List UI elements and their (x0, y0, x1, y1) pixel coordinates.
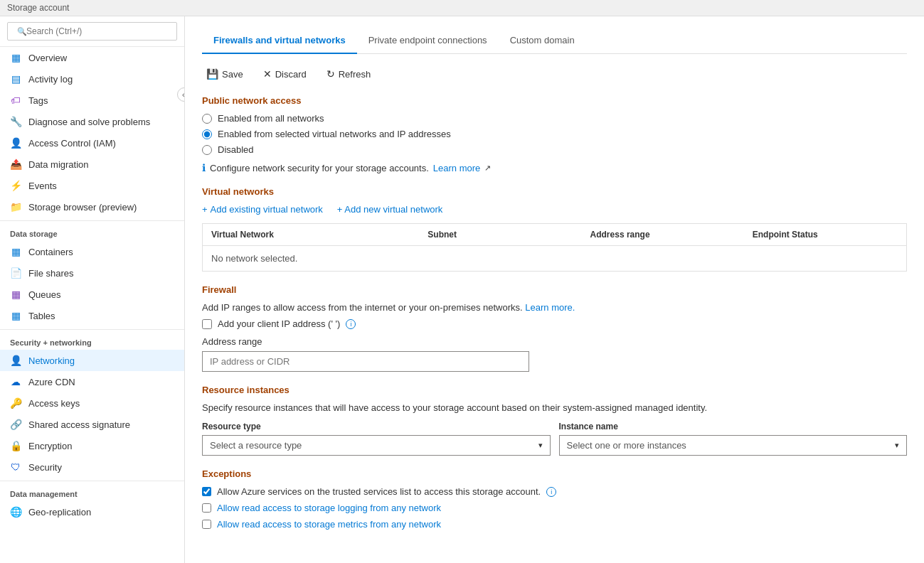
search-input[interactable] (7, 22, 177, 41)
sidebar-item-tags[interactable]: 🏷 Tags (0, 90, 184, 111)
sidebar-item-activity-log[interactable]: ▤ Activity log (0, 68, 184, 90)
table-empty-message: No network selected. (203, 246, 906, 271)
toolbar: 💾 Save ✕ Discard ↻ Refresh (202, 65, 907, 82)
sidebar-label-azure-cdn: Azure CDN (28, 377, 75, 387)
discard-label: Discard (275, 69, 307, 80)
instance-name-col: Instance name Select one or more instanc… (559, 422, 908, 456)
instance-name-chevron: ▾ (895, 441, 899, 450)
sidebar-item-azure-cdn[interactable]: ☁ Azure CDN (0, 371, 184, 392)
main-content: Firewalls and virtual networks Private e… (185, 16, 924, 563)
network-info-text: Configure network security for your stor… (210, 163, 429, 173)
exception-azure-info-icon[interactable]: i (546, 487, 556, 497)
firewall-title: Firewall (202, 284, 907, 295)
tab-firewalls[interactable]: Firewalls and virtual networks (202, 28, 357, 54)
sidebar-item-queues[interactable]: ▦ Queues (0, 284, 184, 305)
sidebar-item-containers[interactable]: ▦ Containers (0, 241, 184, 262)
client-ip-checkbox[interactable] (202, 319, 212, 329)
virtual-networks-table: Virtual Network Subnet Address range End… (202, 223, 907, 272)
radio-all-networks[interactable]: Enabled from all networks (202, 113, 907, 124)
virtual-networks-title: Virtual networks (202, 186, 907, 197)
sidebar-collapse-button[interactable]: « (177, 87, 185, 102)
exception-metrics-checkbox[interactable] (202, 520, 211, 529)
info-icon: ℹ (202, 162, 206, 173)
exception-metrics-link[interactable]: Allow read access to storage metrics fro… (217, 519, 441, 530)
network-learn-more-link[interactable]: Learn more (433, 163, 480, 173)
exceptions-title: Exceptions (202, 468, 907, 479)
exception-logging-checkbox[interactable] (202, 503, 211, 513)
sidebar-item-tables[interactable]: ▦ Tables (0, 305, 184, 326)
sidebar-item-overview[interactable]: ▦ Overview (0, 47, 184, 68)
radio-selected-input[interactable] (202, 129, 212, 139)
sidebar-item-storage-browser[interactable]: 📁 Storage browser (preview) (0, 196, 184, 218)
sidebar-nav: ▦ Overview ▤ Activity log 🏷 Tags 🔧 Diagn… (0, 47, 184, 563)
add-existing-icon: + (202, 204, 208, 215)
section-header-data-storage: Data storage (0, 220, 184, 241)
radio-all-input[interactable] (202, 114, 212, 124)
address-range-input[interactable] (202, 351, 529, 372)
discard-icon: ✕ (263, 68, 272, 80)
radio-disabled-input[interactable] (202, 145, 212, 155)
sidebar-item-events[interactable]: ⚡ Events (0, 175, 184, 196)
sidebar: 🔍 « ▦ Overview ▤ Activity log 🏷 Tags 🔧 D… (0, 16, 185, 563)
sidebar-item-file-shares[interactable]: 📄 File shares (0, 262, 184, 284)
sidebar-icon-diagnose: 🔧 (10, 116, 21, 127)
sidebar-icon-activity-log: ▤ (10, 73, 21, 85)
tab-private-endpoints[interactable]: Private endpoint connections (357, 28, 499, 54)
save-icon: 💾 (206, 68, 218, 80)
firewall-section: Firewall Add IP ranges to allow access f… (202, 284, 907, 372)
sidebar-icon-sas: 🔗 (10, 419, 21, 430)
sidebar-item-access-keys[interactable]: 🔑 Access keys (0, 392, 184, 414)
virtual-networks-section: Virtual networks + Add existing virtual … (202, 186, 907, 272)
sidebar-search-wrap: 🔍 (0, 16, 184, 47)
instance-name-placeholder: Select one or more instances (567, 440, 686, 451)
add-existing-vnet-link[interactable]: + Add existing virtual network (202, 204, 323, 215)
address-range-label: Address range (202, 336, 907, 347)
sidebar-icon-tables: ▦ (10, 310, 21, 321)
sidebar-icon-access-control: 👤 (10, 137, 21, 149)
resource-type-chevron: ▾ (538, 441, 543, 450)
sidebar-label-security: Security (28, 462, 62, 473)
resource-type-select[interactable]: Select a resource type ▾ (202, 435, 551, 456)
section-header-security: Security + networking (0, 329, 184, 350)
radio-disabled[interactable]: Disabled (202, 144, 907, 155)
sidebar-label-containers: Containers (28, 247, 73, 257)
add-new-vnet-link[interactable]: + Add new virtual network (337, 204, 443, 215)
col-address-range: Address range (582, 224, 744, 245)
tab-custom-domain[interactable]: Custom domain (499, 28, 586, 54)
network-info-bar: ℹ Configure network security for your st… (202, 162, 907, 173)
sidebar-label-encryption: Encryption (28, 441, 72, 451)
radio-selected-label: Enabled from selected virtual networks a… (218, 129, 451, 139)
sidebar-icon-overview: ▦ (10, 52, 21, 63)
search-icon: 🔍 (17, 27, 27, 36)
sidebar-item-security[interactable]: 🛡 Security (0, 456, 184, 478)
sidebar-item-networking[interactable]: 👤 Networking (0, 350, 184, 371)
client-ip-info-icon[interactable]: i (346, 319, 356, 329)
client-ip-checkbox-item[interactable]: Add your client IP address (' ') i (202, 318, 907, 329)
exception-logging-link[interactable]: Allow read access to storage logging fro… (217, 503, 441, 513)
sidebar-item-diagnose[interactable]: 🔧 Diagnose and solve problems (0, 111, 184, 132)
discard-button[interactable]: ✕ Discard (259, 65, 311, 82)
sidebar-icon-azure-cdn: ☁ (10, 376, 21, 387)
exception-azure-checkbox[interactable] (202, 487, 211, 496)
radio-selected-networks[interactable]: Enabled from selected virtual networks a… (202, 129, 907, 139)
add-existing-label: Add existing virtual network (211, 204, 323, 215)
firewall-learn-more-link[interactable]: Learn more. (525, 302, 575, 313)
sidebar-item-sas[interactable]: 🔗 Shared access signature (0, 414, 184, 435)
sidebar-icon-storage-browser: 📁 (10, 201, 21, 213)
instance-name-select[interactable]: Select one or more instances ▾ (559, 435, 908, 456)
sidebar-item-access-control[interactable]: 👤 Access Control (IAM) (0, 132, 184, 154)
resource-type-label: Resource type (202, 422, 551, 431)
resource-instances-title: Resource instances (202, 385, 907, 395)
col-endpoint-status: Endpoint Status (744, 224, 906, 245)
exceptions-section: Exceptions Allow Azure services on the t… (202, 468, 907, 530)
sidebar-item-data-migration[interactable]: 📤 Data migration (0, 154, 184, 175)
sidebar-item-geo-replication[interactable]: 🌐 Geo-replication (0, 501, 184, 522)
sidebar-label-storage-browser: Storage browser (preview) (28, 202, 137, 213)
save-button[interactable]: 💾 Save (202, 65, 248, 82)
sidebar-item-encryption[interactable]: 🔒 Encryption (0, 435, 184, 456)
section-header-data-management: Data management (0, 481, 184, 501)
sidebar-label-tags: Tags (28, 95, 48, 106)
table-header: Virtual Network Subnet Address range End… (203, 224, 906, 246)
exception-read-metrics: Allow read access to storage metrics fro… (202, 519, 907, 530)
refresh-button[interactable]: ↻ Refresh (322, 65, 376, 82)
